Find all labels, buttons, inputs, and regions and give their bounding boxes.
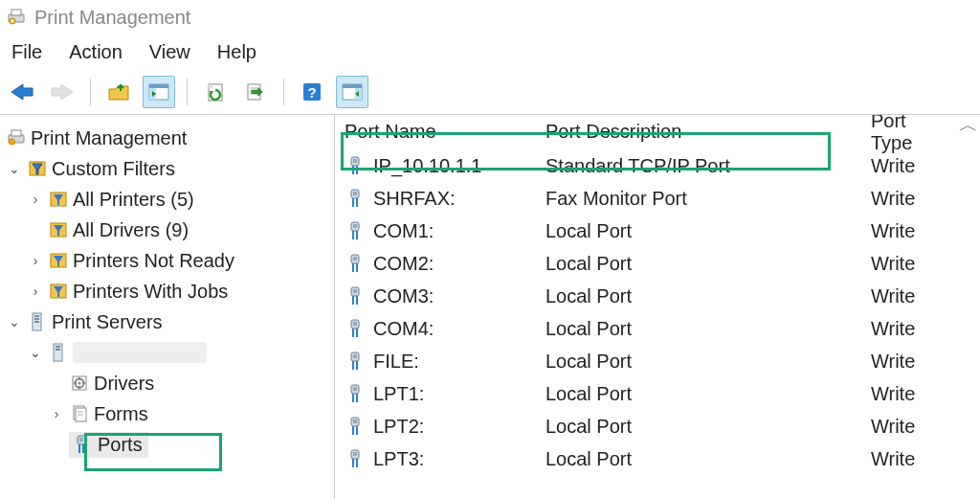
port-row[interactable]: SHRFAX:Fax Monitor PortWrite <box>335 182 980 215</box>
port-row[interactable]: FILE:Local PortWrite <box>335 345 980 377</box>
toolbar-separator <box>187 79 188 105</box>
port-icon <box>71 434 92 455</box>
scroll-up-button[interactable]: ︿ <box>959 115 978 134</box>
svg-rect-67 <box>353 224 357 228</box>
svg-rect-59 <box>353 159 357 163</box>
collapse-icon[interactable]: ⌄ <box>27 345 44 360</box>
svg-rect-24 <box>11 130 21 136</box>
export-list-button[interactable] <box>239 76 272 108</box>
port-type: Write <box>833 318 938 340</box>
port-description: Local Port <box>546 351 833 373</box>
tree-label: Printers With Jobs <box>73 281 228 303</box>
menu-file[interactable]: File <box>11 41 42 63</box>
port-row[interactable]: LPT2:Local PortWrite <box>335 410 980 442</box>
svg-rect-91 <box>353 420 357 423</box>
port-name: LPT2: <box>373 416 424 438</box>
port-type: Write <box>833 416 938 438</box>
filter-item-icon <box>48 219 69 240</box>
tree-custom-filters[interactable]: ⌄ Custom Filters <box>6 153 328 184</box>
port-row[interactable]: LPT3:Local PortWrite <box>335 442 980 475</box>
svg-rect-42 <box>56 349 60 351</box>
print-management-icon <box>6 127 27 148</box>
svg-point-25 <box>10 139 15 145</box>
server-icon <box>48 342 69 363</box>
forward-button <box>46 76 78 108</box>
tree-drivers[interactable]: Drivers <box>6 368 328 398</box>
navigation-tree[interactable]: Print Management ⌄ Custom Filters › All … <box>0 115 335 499</box>
server-icon <box>27 311 48 332</box>
svg-rect-71 <box>353 257 357 261</box>
port-name: COM1: <box>373 220 434 242</box>
column-port-description[interactable]: Port Description <box>546 121 833 143</box>
tree-label: All Drivers (9) <box>73 219 189 241</box>
menu-action[interactable]: Action <box>69 41 122 63</box>
back-button[interactable] <box>6 76 38 108</box>
tree-label: All Printers (5) <box>73 189 194 211</box>
tree-ports[interactable]: Ports <box>6 429 328 460</box>
drivers-icon <box>69 373 90 394</box>
title-bar: Print Management <box>0 0 980 34</box>
tree-root[interactable]: Print Management <box>6 123 328 153</box>
tree-all-drivers[interactable]: All Drivers (9) <box>6 215 328 245</box>
tree-label: Printers Not Ready <box>73 250 234 272</box>
ports-list[interactable]: ︿ Port Name Port Description Port Type I… <box>335 115 980 499</box>
tree-label: Ports <box>98 434 143 456</box>
tree-printers-not-ready[interactable]: › Printers Not Ready <box>6 245 328 276</box>
svg-rect-3 <box>11 20 14 23</box>
port-row[interactable]: COM1:Local PortWrite <box>335 215 980 247</box>
tree-label: Drivers <box>94 373 154 395</box>
show-hide-tree-button[interactable] <box>143 76 175 108</box>
filter-item-icon <box>48 281 69 302</box>
port-description: Local Port <box>546 253 833 275</box>
port-row[interactable]: IP_10.10.1.1Standard TCP/IP PortWrite <box>335 149 980 182</box>
show-hide-action-pane-button[interactable] <box>336 76 368 108</box>
folder-up-button[interactable] <box>102 76 135 108</box>
window-title: Print Management <box>34 7 190 29</box>
port-icon <box>345 155 366 176</box>
port-row[interactable]: COM3:Local PortWrite <box>335 280 980 312</box>
port-description: Local Port <box>546 383 833 405</box>
port-row[interactable]: LPT1:Local PortWrite <box>335 377 980 410</box>
expand-icon[interactable]: › <box>27 284 44 299</box>
port-description: Fax Monitor Port <box>546 188 833 210</box>
svg-marker-4 <box>11 84 33 100</box>
port-type: Write <box>833 253 938 275</box>
expand-icon[interactable]: › <box>27 192 44 207</box>
column-port-name[interactable]: Port Name <box>345 121 546 143</box>
port-row[interactable]: COM2:Local PortWrite <box>335 247 980 280</box>
tree-forms[interactable]: › Forms <box>6 398 328 429</box>
help-button[interactable]: ? <box>296 76 328 108</box>
expand-icon[interactable]: › <box>27 253 44 268</box>
svg-rect-39 <box>34 321 39 323</box>
port-type: Write <box>833 188 938 210</box>
svg-rect-20 <box>343 84 362 88</box>
svg-rect-41 <box>56 346 60 348</box>
tree-printers-with-jobs[interactable]: › Printers With Jobs <box>6 276 328 306</box>
refresh-button[interactable] <box>199 76 232 108</box>
tree-print-servers[interactable]: ⌄ Print Servers <box>6 306 328 337</box>
tree-server-node[interactable]: ⌄ <box>6 337 328 368</box>
svg-rect-83 <box>353 354 357 358</box>
column-port-type[interactable]: Port Type <box>833 115 938 154</box>
expand-icon[interactable]: › <box>48 406 65 421</box>
svg-marker-5 <box>52 84 73 100</box>
menu-view[interactable]: View <box>149 41 190 63</box>
collapse-icon[interactable]: ⌄ <box>6 314 23 329</box>
port-type: Write <box>833 220 938 242</box>
port-row[interactable]: COM4:Local PortWrite <box>335 312 980 345</box>
tree-root-label: Print Management <box>31 127 187 149</box>
collapse-icon[interactable]: ⌄ <box>6 161 23 176</box>
forms-icon <box>69 403 90 424</box>
port-description: Local Port <box>546 416 833 438</box>
filter-item-icon <box>48 189 69 210</box>
tree-all-printers[interactable]: › All Printers (5) <box>6 184 328 215</box>
toolbar-separator <box>90 79 91 105</box>
tree-label: Custom Filters <box>52 158 175 180</box>
port-type: Write <box>833 155 938 177</box>
port-type: Write <box>833 448 938 470</box>
filter-icon <box>27 158 48 179</box>
port-name: LPT3: <box>373 448 424 470</box>
port-description: Local Port <box>546 285 833 307</box>
svg-rect-75 <box>353 289 357 293</box>
menu-help[interactable]: Help <box>217 41 256 63</box>
